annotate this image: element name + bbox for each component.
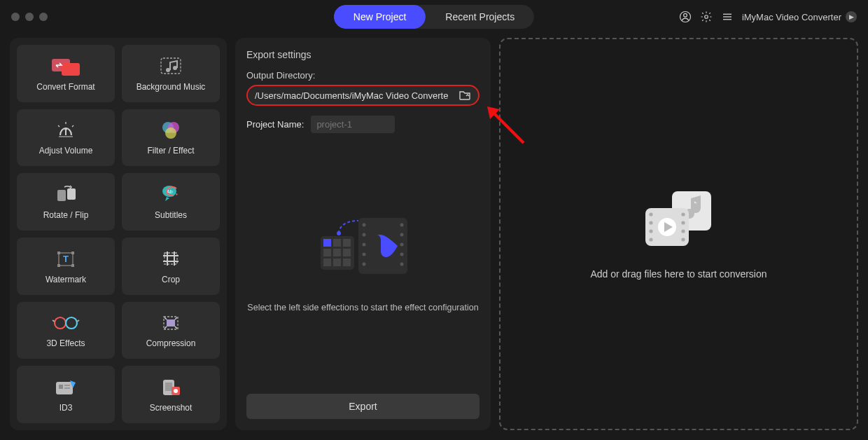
tool-label: Watermark	[46, 275, 86, 284]
svg-rect-22	[71, 252, 74, 254]
svg-point-52	[400, 243, 403, 247]
svg-rect-61	[343, 249, 351, 256]
tool-crop[interactable]: Crop	[122, 238, 220, 295]
screenshot-icon	[159, 376, 183, 399]
tool-label: Background Music	[136, 82, 206, 92]
main-row: Convert Format Background Music Adjust V…	[0, 34, 868, 440]
output-directory-value: /Users/mac/Documents/iMyMac Video Conver…	[255, 90, 453, 101]
adjust-volume-icon	[53, 119, 78, 142]
menu-icon[interactable]	[721, 11, 734, 23]
tool-label: ID3	[59, 403, 73, 413]
export-settings-panel: Export settings Output Directory: /Users…	[235, 38, 491, 430]
drop-files-panel[interactable]: Add or drag files here to start conversi…	[499, 38, 858, 430]
tab-new-project[interactable]: New Project	[334, 5, 426, 29]
svg-point-69	[649, 221, 652, 224]
window-controls	[11, 13, 48, 21]
filter-effect-icon	[159, 119, 183, 142]
svg-rect-58	[343, 239, 351, 247]
tool-convert-format[interactable]: Convert Format	[17, 45, 115, 102]
svg-point-16	[165, 128, 176, 139]
svg-point-65	[337, 231, 341, 235]
titlebar: New Project Recent Projects iMyMac Video…	[0, 0, 868, 34]
3d-effects-icon	[52, 312, 80, 334]
tool-label: Convert Format	[36, 82, 94, 92]
svg-point-46	[362, 233, 365, 237]
svg-rect-63	[333, 259, 341, 266]
svg-point-32	[66, 317, 77, 329]
close-window-icon[interactable]	[11, 13, 20, 21]
tool-label: Rotate / Flip	[43, 210, 89, 220]
project-name-label: Project Name:	[246, 119, 304, 130]
maximize-window-icon[interactable]	[39, 13, 48, 21]
project-name-row: Project Name:	[246, 116, 479, 133]
svg-rect-35	[167, 319, 175, 326]
minimize-window-icon[interactable]	[25, 13, 34, 21]
watermark-icon: T	[53, 248, 78, 270]
svg-rect-18	[67, 188, 76, 200]
svg-point-2	[705, 15, 708, 19]
app-play-icon: ▶	[846, 11, 857, 22]
tools-sidebar: Convert Format Background Music Adjust V…	[10, 38, 227, 430]
svg-text:T: T	[63, 254, 69, 264]
svg-point-75	[681, 238, 685, 241]
svg-rect-60	[333, 249, 341, 256]
tool-watermark[interactable]: T Watermark	[17, 238, 115, 295]
crop-icon	[159, 248, 183, 270]
svg-rect-37	[59, 385, 63, 389]
export-button[interactable]: Export	[246, 394, 479, 419]
svg-point-70	[649, 229, 652, 233]
convert-format-icon	[50, 55, 81, 78]
app-name-label: iMyMac Video Converter	[742, 12, 841, 22]
export-settings-title: Export settings	[246, 49, 479, 60]
effect-preview-icon	[311, 212, 416, 289]
svg-point-43	[174, 389, 178, 393]
tool-compression[interactable]: Compression	[122, 302, 220, 359]
output-directory-field[interactable]: /Users/mac/Documents/iMyMac Video Conver…	[246, 85, 479, 106]
svg-rect-62	[323, 259, 331, 266]
svg-point-71	[649, 238, 652, 241]
tool-label: Adjust Volume	[39, 146, 93, 156]
app-title: iMyMac Video Converter ▶	[742, 11, 857, 22]
tool-subtitles[interactable]: Ab Subtitles	[122, 173, 220, 231]
project-name-input[interactable]	[311, 116, 395, 133]
effect-hint: Select the left side effections to start…	[247, 302, 478, 315]
background-music-icon	[157, 55, 185, 78]
browse-folder-icon[interactable]	[458, 90, 471, 101]
tool-label: Crop	[162, 275, 180, 284]
drop-media-icon	[637, 188, 721, 252]
svg-point-53	[400, 253, 403, 256]
output-directory-label: Output Directory:	[246, 70, 479, 81]
svg-point-54	[400, 263, 403, 266]
svg-point-11	[64, 128, 67, 130]
id3-icon	[53, 376, 78, 399]
tab-recent-projects[interactable]: Recent Projects	[426, 5, 534, 29]
tool-3d-effects[interactable]: 3D Effects	[17, 302, 115, 359]
gear-icon[interactable]	[700, 11, 713, 23]
svg-rect-7	[62, 63, 80, 76]
svg-rect-59	[323, 249, 331, 256]
subtitles-icon: Ab	[158, 184, 183, 206]
svg-rect-57	[333, 239, 341, 247]
tool-id3[interactable]: ID3	[17, 366, 115, 423]
svg-point-48	[362, 253, 365, 256]
account-icon[interactable]	[679, 11, 692, 23]
tool-background-music[interactable]: Background Music	[122, 45, 220, 102]
tool-label: 3D Effects	[46, 338, 85, 348]
svg-point-68	[649, 212, 652, 216]
tool-label: Filter / Effect	[147, 146, 194, 156]
compression-icon	[158, 312, 183, 334]
svg-point-47	[362, 243, 365, 247]
tool-adjust-volume[interactable]: Adjust Volume	[17, 109, 115, 167]
svg-rect-23	[57, 264, 60, 267]
svg-rect-26	[164, 253, 177, 264]
tool-screenshot[interactable]: Screenshot	[122, 366, 220, 423]
svg-rect-56	[323, 239, 331, 247]
svg-point-1	[684, 13, 687, 17]
tool-filter-effect[interactable]: Filter / Effect	[122, 109, 220, 167]
tool-rotate-flip[interactable]: Rotate / Flip	[17, 173, 115, 231]
tool-label: Compression	[146, 338, 196, 348]
svg-point-51	[400, 233, 403, 237]
svg-point-31	[55, 317, 66, 329]
tool-label: Subtitles	[155, 210, 187, 220]
svg-point-49	[362, 263, 365, 266]
